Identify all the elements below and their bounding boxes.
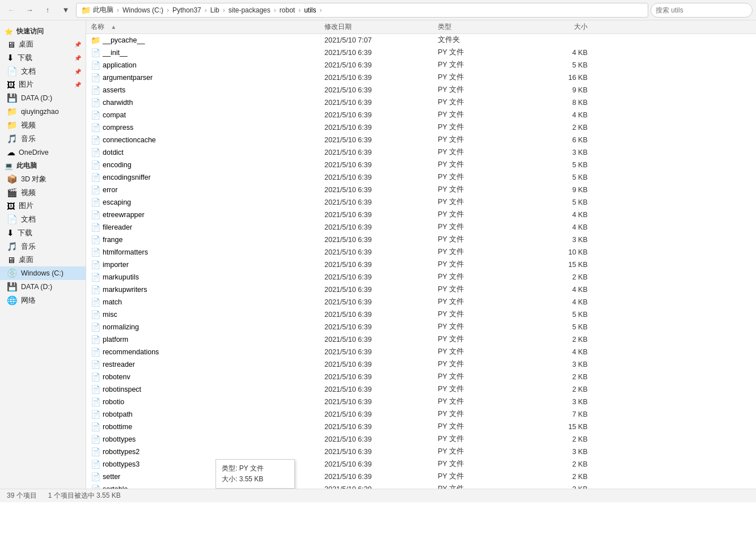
file-row[interactable]: 📁 __pycache__ 2021/5/10 7:07 文件夹 — [86, 34, 756, 46]
sidebar-item-music-pc[interactable]: 🎵 音乐 — [0, 240, 86, 253]
sidebar-item-docs-quick[interactable]: 📄 文档 📌 — [0, 65, 86, 78]
file-date-cell: 2021/5/10 6:39 — [324, 410, 438, 418]
file-row[interactable]: 📄 argumentparser 2021/5/10 6:39 PY 文件 16… — [86, 71, 756, 84]
file-type-cell: PY 文件 — [438, 434, 540, 444]
file-type-cell: PY 文件 — [438, 122, 540, 132]
file-row[interactable]: 📄 encoding 2021/5/10 6:39 PY 文件 5 KB — [86, 159, 756, 171]
file-type-cell: PY 文件 — [438, 147, 540, 157]
sidebar-item-downloads-pc[interactable]: ⬇ 下载 — [0, 226, 86, 240]
file-type-icon: 📄 — [91, 173, 100, 182]
sidebar-network[interactable]: 🌐 网络 — [0, 294, 86, 307]
sidebar-item-pictures-pc[interactable]: 🖼 图片 — [0, 200, 86, 213]
crumb-thispc[interactable]: 此电脑 — [93, 5, 113, 15]
file-size-cell: 2 KB — [540, 336, 597, 344]
forward-button[interactable]: → — [22, 2, 37, 18]
file-row[interactable]: 📄 importer 2021/5/10 6:39 PY 文件 15 KB — [86, 258, 756, 271]
sidebar-item-video-quick[interactable]: 📁 视频 — [0, 118, 86, 132]
file-row[interactable]: 📄 filereader 2021/5/10 6:39 PY 文件 4 KB — [86, 221, 756, 234]
file-row[interactable]: 📄 markupwriters 2021/5/10 6:39 PY 文件 4 K… — [86, 283, 756, 296]
file-size-cell: 5 KB — [540, 311, 597, 319]
file-type-cell: PY 文件 — [438, 73, 540, 82]
sidebar-item-datad-quick[interactable]: 💾 DATA (D:) — [0, 91, 86, 105]
file-row[interactable]: 📄 escaping 2021/5/10 6:39 PY 文件 5 KB — [86, 196, 756, 209]
file-row[interactable]: 📄 asserts 2021/5/10 6:39 PY 文件 9 KB — [86, 84, 756, 96]
crumb-lib[interactable]: Lib — [210, 6, 219, 14]
file-name-label: compress — [103, 124, 133, 132]
file-name-label: robottypes2 — [103, 448, 140, 456]
file-type-icon: 📄 — [91, 73, 100, 82]
file-row[interactable]: 📄 recommendations 2021/5/10 6:39 PY 文件 4… — [86, 346, 756, 358]
file-name-cell: 📄 robotinspect — [86, 385, 324, 394]
sidebar-item-desktop-pc[interactable]: 🖥 桌面 — [0, 253, 86, 266]
file-name-label: robotenv — [103, 373, 130, 381]
file-row[interactable]: 📄 compat 2021/5/10 6:39 PY 文件 4 KB — [86, 109, 756, 121]
file-row[interactable]: 📄 misc 2021/5/10 6:39 PY 文件 5 KB — [86, 308, 756, 321]
pc-icon: 💻 — [5, 162, 13, 170]
sidebar-item-downloads-quick[interactable]: ⬇ 下载 📌 — [0, 51, 86, 65]
sidebar-item-desktop-quick[interactable]: 🖥 桌面 📌 — [0, 38, 86, 51]
crumb-sitepackages[interactable]: site-packages — [229, 6, 271, 14]
file-row[interactable]: 📄 error 2021/5/10 6:39 PY 文件 9 KB — [86, 184, 756, 196]
file-row[interactable]: 📄 robotpath 2021/5/10 6:39 PY 文件 7 KB — [86, 408, 756, 421]
col-header-size[interactable]: 大小 — [540, 22, 597, 32]
file-date-cell: 2021/5/10 6:39 — [324, 236, 438, 244]
search-input[interactable] — [651, 3, 753, 18]
file-row[interactable]: 📄 robottypes2 2021/5/10 6:39 PY 文件 3 KB — [86, 446, 756, 458]
file-row[interactable]: 📄 frange 2021/5/10 6:39 PY 文件 3 KB — [86, 234, 756, 246]
sidebar-item-docs-pc[interactable]: 📄 文档 — [0, 213, 86, 226]
file-row[interactable]: 📄 robotio 2021/5/10 6:39 PY 文件 3 KB — [86, 396, 756, 408]
up-button[interactable]: ↑ — [40, 2, 56, 18]
file-row[interactable]: 📄 sortable 2021/5/10 6:39 PY 文件 2 KB — [86, 483, 756, 489]
crumb-windows[interactable]: Windows (C:) — [123, 6, 163, 14]
col-header-type[interactable]: 类型 — [438, 22, 540, 32]
file-row[interactable]: 📄 robottypes 2021/5/10 6:39 PY 文件 2 KB — [86, 433, 756, 446]
sidebar-item-pictures-quick[interactable]: 🖼 图片 📌 — [0, 78, 86, 91]
file-name-label: robotio — [103, 398, 124, 406]
sidebar-item-qiuyingzhao[interactable]: 📁 qiuyingzhao — [0, 105, 86, 118]
file-row[interactable]: 📄 htmlformatters 2021/5/10 6:39 PY 文件 10… — [86, 246, 756, 258]
file-row[interactable]: 📄 match 2021/5/10 6:39 PY 文件 4 KB — [86, 296, 756, 308]
file-name-label: application — [103, 61, 137, 69]
file-row[interactable]: 📄 robotinspect 2021/5/10 6:39 PY 文件 2 KB — [86, 383, 756, 396]
file-row[interactable]: 📄 markuputils 2021/5/10 6:39 PY 文件 2 KB — [86, 271, 756, 283]
file-date-cell: 2021/5/10 6:39 — [324, 86, 438, 94]
file-row[interactable]: 📄 robottypes3 2021/5/10 6:39 PY 文件 2 KB — [86, 458, 756, 471]
file-date-cell: 2021/5/10 6:39 — [324, 136, 438, 144]
toolbar: ← → ↑ ▼ 📁 此电脑 › Windows (C:) › Python37 … — [0, 0, 756, 20]
file-row[interactable]: 📄 robottime 2021/5/10 6:39 PY 文件 15 KB — [86, 421, 756, 433]
file-row[interactable]: 📄 encodingsniffer 2021/5/10 6:39 PY 文件 5… — [86, 171, 756, 184]
file-row[interactable]: 📄 restreader 2021/5/10 6:39 PY 文件 3 KB — [86, 358, 756, 371]
sidebar-item-data-d[interactable]: 💾 DATA (D:) — [0, 280, 86, 294]
file-row[interactable]: 📄 connectioncache 2021/5/10 6:39 PY 文件 6… — [86, 134, 756, 146]
file-size-cell: 3 KB — [540, 361, 597, 368]
address-bar[interactable]: 📁 此电脑 › Windows (C:) › Python37 › Lib › … — [76, 3, 648, 18]
file-row[interactable]: 📄 dotdict 2021/5/10 6:39 PY 文件 3 KB — [86, 146, 756, 159]
sidebar-onedrive[interactable]: ☁ OneDrive — [0, 146, 86, 159]
sidebar-thispc-header[interactable]: 💻 此电脑 — [0, 159, 86, 172]
crumb-utils[interactable]: utils — [304, 6, 316, 14]
file-date-cell: 2021/5/10 6:39 — [324, 99, 438, 107]
file-row[interactable]: 📄 charwidth 2021/5/10 6:39 PY 文件 8 KB — [86, 96, 756, 109]
file-row[interactable]: 📄 compress 2021/5/10 6:39 PY 文件 2 KB — [86, 121, 756, 134]
sidebar-item-windows-c[interactable]: 💿 Windows (C:) — [0, 266, 86, 280]
file-row[interactable]: 📄 robotenv 2021/5/10 6:39 PY 文件 2 KB — [86, 371, 756, 383]
col-header-name[interactable]: 名称 ▲ — [86, 22, 324, 32]
sidebar-item-music-quick[interactable]: 🎵 音乐 — [0, 132, 86, 146]
recent-button[interactable]: ▼ — [58, 2, 74, 18]
crumb-python37[interactable]: Python37 — [172, 6, 201, 14]
sidebar-item-3dobjects[interactable]: 📦 3D 对象 — [0, 172, 86, 186]
crumb-robot[interactable]: robot — [280, 6, 295, 14]
file-row[interactable]: 📄 platform 2021/5/10 6:39 PY 文件 2 KB — [86, 333, 756, 346]
file-row[interactable]: 📄 normalizing 2021/5/10 6:39 PY 文件 5 KB — [86, 321, 756, 333]
file-date-cell: 2021/5/10 6:39 — [324, 186, 438, 194]
file-type-cell: PY 文件 — [438, 197, 540, 207]
sidebar-item-video-pc[interactable]: 🎬 视频 — [0, 186, 86, 200]
file-row[interactable]: 📄 application 2021/5/10 6:39 PY 文件 5 KB — [86, 59, 756, 71]
file-row[interactable]: 📄 setter 2021/5/10 6:39 PY 文件 2 KB — [86, 471, 756, 483]
file-row[interactable]: 📄 etreewrapper 2021/5/10 6:39 PY 文件 4 KB — [86, 209, 756, 221]
back-button[interactable]: ← — [3, 2, 19, 18]
file-row[interactable]: 📄 __init__ 2021/5/10 6:39 PY 文件 4 KB — [86, 46, 756, 59]
file-name-cell: 📄 robottime — [86, 422, 324, 431]
col-header-date[interactable]: 修改日期 — [324, 22, 438, 32]
file-size-cell: 8 KB — [540, 99, 597, 107]
